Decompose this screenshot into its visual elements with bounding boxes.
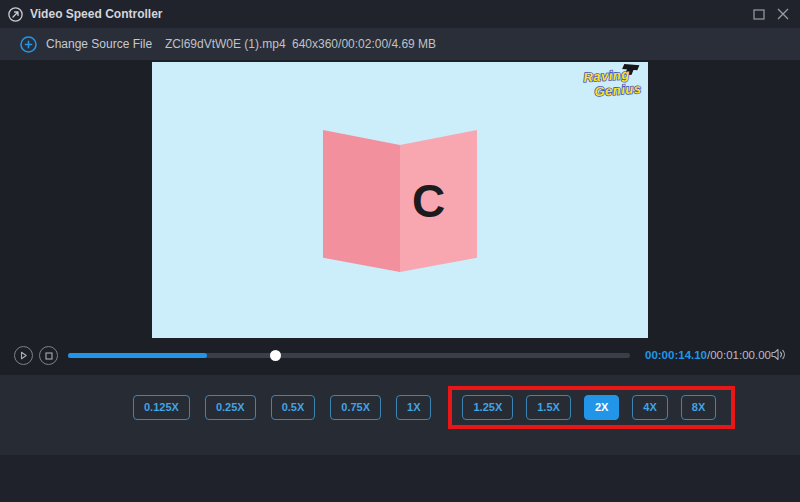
video-preview: C Raving Genius — [152, 62, 648, 338]
speed-panel: 0.125X 0.25X 0.5X 0.75X 1X 1.25X 1.5X 2X… — [0, 375, 800, 455]
speed-button-8x[interactable]: 8X — [681, 395, 716, 420]
footer-bar: Name: ZCl69dVtW0E (1)_speed.mp4 Output: … — [0, 455, 800, 502]
speed-button-2x-active[interactable]: 2X — [584, 395, 619, 420]
total-time: /00:01:00.00 — [707, 349, 771, 361]
speed-button-4x[interactable]: 4X — [632, 395, 667, 420]
annotation-highlight-box: 1.25X 1.5X 2X 4X 8X — [448, 386, 735, 429]
volume-button[interactable] — [770, 347, 788, 362]
video-speed-controller-window: Video Speed Controller Change Source Fil… — [0, 0, 800, 502]
window-title: Video Speed Controller — [30, 0, 162, 28]
time-display: 00:00:14.10/00:01:00.00 — [645, 349, 771, 361]
watermark-logo: Raving Genius — [581, 65, 643, 105]
change-source-file-label: Change Source File — [46, 37, 152, 51]
progress-handle[interactable] — [270, 350, 281, 361]
speed-button-125x[interactable]: 1.25X — [462, 395, 513, 420]
stop-button[interactable] — [39, 346, 58, 365]
card-letter: C — [412, 178, 452, 224]
progress-slider[interactable] — [68, 353, 630, 358]
change-source-file-button[interactable]: Change Source File — [20, 28, 152, 60]
plus-circle-icon — [20, 36, 37, 53]
maximize-button[interactable] — [750, 6, 768, 22]
speed-button-025x[interactable]: 0.25X — [205, 395, 256, 420]
close-button[interactable] — [774, 6, 792, 22]
speed-button-05x[interactable]: 0.5X — [271, 395, 316, 420]
play-button[interactable] — [14, 346, 33, 365]
speed-button-075x[interactable]: 0.75X — [330, 395, 381, 420]
title-bar: Video Speed Controller — [0, 0, 800, 28]
card-left-panel — [323, 130, 400, 272]
logo-text-line2: Genius — [594, 81, 642, 99]
progress-fill — [68, 353, 207, 358]
source-file-info: 640x360/00:02:00/4.69 MB — [292, 28, 436, 60]
speed-button-0125x[interactable]: 0.125X — [133, 395, 190, 420]
app-icon — [8, 7, 23, 22]
video-frame-card-graphic: C — [323, 130, 477, 272]
speed-button-15x[interactable]: 1.5X — [526, 395, 571, 420]
preview-stage: C Raving Genius — [0, 60, 800, 375]
source-filename: ZCl69dVtW0E (1).mp4 — [165, 28, 286, 60]
speed-button-1x[interactable]: 1X — [396, 395, 431, 420]
current-time: 00:00:14.10 — [645, 349, 707, 361]
file-toolbar: Change Source File ZCl69dVtW0E (1).mp4 6… — [0, 28, 800, 60]
